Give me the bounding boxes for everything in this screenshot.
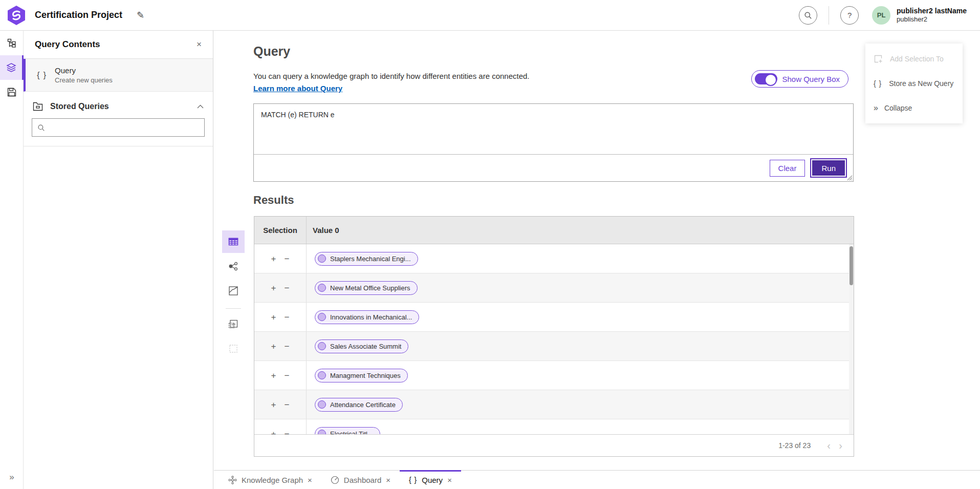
result-view-switcher xyxy=(221,230,246,362)
menu-item-add-selection-to: Add Selection To xyxy=(865,47,963,71)
add-to-selection-button[interactable]: + xyxy=(270,430,277,435)
panel-title: Query Contents xyxy=(35,39,194,50)
show-query-box-toggle[interactable]: Show Query Box xyxy=(751,70,848,88)
map-icon xyxy=(228,286,238,296)
next-page-button[interactable]: › xyxy=(836,440,845,451)
close-panel-button[interactable]: × xyxy=(194,38,204,51)
query-editor-panel: MATCH (e) RETURN e Clear Run xyxy=(253,103,854,182)
remove-from-selection-button[interactable]: − xyxy=(284,313,291,322)
add-to-selection-button[interactable]: + xyxy=(270,342,277,351)
tab-query[interactable]: { } Query × xyxy=(400,471,461,489)
close-icon: × xyxy=(386,476,390,484)
value-cell: New Metal Office Suppliers xyxy=(306,273,854,302)
close-tab-button[interactable]: × xyxy=(308,476,312,484)
entity-pill[interactable]: Sales Associate Summit xyxy=(315,339,408,353)
remove-from-selection-button[interactable]: − xyxy=(284,254,291,263)
rail-item-layers[interactable] xyxy=(0,55,24,80)
add-to-selection-button[interactable]: + xyxy=(270,313,277,322)
query-item-text: Query Create new queries xyxy=(55,66,113,84)
view-map-button[interactable] xyxy=(222,280,245,302)
add-selection-icon xyxy=(874,54,883,63)
add-to-selection-button[interactable]: + xyxy=(270,400,277,409)
search-icon xyxy=(804,11,812,19)
close-tab-button[interactable]: × xyxy=(447,476,452,484)
query-text-input[interactable]: MATCH (e) RETURN e xyxy=(254,104,853,155)
entity-pill[interactable]: Staplers Mechanical Engi... xyxy=(315,252,418,266)
user-avatar[interactable]: PL xyxy=(872,6,890,25)
edit-title-button[interactable]: ✎ xyxy=(134,9,147,22)
entity-pill[interactable]: Innovations in Mechanical... xyxy=(315,310,419,324)
remove-from-selection-button[interactable]: − xyxy=(284,371,291,380)
tab-label: Query xyxy=(422,476,443,484)
toggle-label: Show Query Box xyxy=(782,75,840,83)
tab-label: Dashboard xyxy=(344,476,381,484)
entity-pill[interactable]: Electrical Titl... xyxy=(315,427,380,435)
help-button[interactable]: ? xyxy=(840,6,859,25)
remove-from-selection-button[interactable]: − xyxy=(284,284,291,292)
entity-pill[interactable]: Managment Techniques xyxy=(315,369,408,382)
table-row: + − Managment Techniques xyxy=(254,361,854,390)
remove-from-selection-button[interactable]: − xyxy=(284,342,291,351)
entity-dot-icon xyxy=(318,313,326,321)
menu-item-store-as-new-query[interactable]: { } Store as New Query xyxy=(865,71,963,96)
search-icon xyxy=(37,124,45,132)
tab-dashboard[interactable]: Dashboard × xyxy=(321,471,400,489)
expand-rail-button[interactable]: » xyxy=(0,472,24,483)
run-button[interactable]: Run xyxy=(811,159,846,177)
view-link-chart-button[interactable] xyxy=(222,255,245,278)
value-cell: Staplers Mechanical Engi... xyxy=(306,244,854,273)
app-logo-icon xyxy=(7,5,26,26)
double-chevron-right-icon: » xyxy=(874,103,877,113)
save-icon xyxy=(7,88,16,97)
close-tab-button[interactable]: × xyxy=(386,476,390,484)
view-map-selection-button[interactable] xyxy=(222,313,245,335)
add-to-selection-button[interactable]: + xyxy=(270,284,277,292)
rail-item-save[interactable] xyxy=(0,80,24,104)
braces-icon: { } xyxy=(874,79,882,88)
entity-pill-label: New Metal Office Suppliers xyxy=(330,284,410,292)
braces-icon: { } xyxy=(37,70,47,80)
stored-queries-search-input[interactable] xyxy=(49,123,199,132)
query-list-item[interactable]: { } Query Create new queries xyxy=(24,59,213,92)
entity-pill-label: Attendance Certificate xyxy=(330,401,396,409)
previous-page-button[interactable]: ‹ xyxy=(824,440,834,451)
clear-button[interactable]: Clear xyxy=(770,160,805,177)
selection-cell: + − xyxy=(254,303,306,331)
remove-from-selection-button[interactable]: − xyxy=(284,400,291,409)
add-to-selection-button[interactable]: + xyxy=(270,254,277,263)
learn-more-link[interactable]: Learn more about Query xyxy=(253,84,342,93)
add-to-selection-button[interactable]: + xyxy=(270,371,277,380)
entity-pill[interactable]: Attendance Certificate xyxy=(315,398,403,412)
stored-queries-folder-icon xyxy=(33,102,43,111)
entity-dot-icon xyxy=(318,342,326,350)
left-icon-rail: » xyxy=(0,31,24,489)
toggle-switch-icon xyxy=(755,73,777,84)
search-button[interactable] xyxy=(799,6,817,25)
value-cell: Electrical Titl... xyxy=(306,419,854,434)
strip-divider xyxy=(226,308,241,309)
entity-dot-icon xyxy=(318,371,326,379)
view-table-button[interactable] xyxy=(222,230,245,253)
resize-handle-icon[interactable] xyxy=(846,174,853,181)
results-table: Selection Value 0 + − Staplers Mechanica… xyxy=(254,216,854,457)
entity-pill[interactable]: New Metal Office Suppliers xyxy=(315,281,418,295)
entity-pill-label: Electrical Titl... xyxy=(330,430,373,435)
selection-cell: + − xyxy=(254,273,306,302)
stored-queries-section: Stored Queries xyxy=(24,92,213,146)
tab-knowledge-graph[interactable]: Knowledge Graph × xyxy=(219,471,321,489)
stored-queries-header[interactable]: Stored Queries xyxy=(32,102,205,118)
stored-queries-search[interactable] xyxy=(32,118,205,137)
map-selection-icon xyxy=(228,319,238,329)
user-info[interactable]: publisher2 lastName publisher2 xyxy=(897,7,967,24)
rail-item-hierarchy[interactable] xyxy=(0,31,24,55)
column-header-selection: Selection xyxy=(254,226,306,235)
tab-label: Knowledge Graph xyxy=(242,476,303,484)
query-tab-content: Query You can query a knowledge graph to… xyxy=(214,31,980,489)
knowledge-graph-icon xyxy=(228,476,237,484)
table-scrollbar-thumb[interactable] xyxy=(850,246,853,285)
table-scrollbar-track[interactable] xyxy=(849,244,854,434)
pagination-bar: 1-23 of 23 ‹ › xyxy=(254,434,854,456)
menu-item-collapse[interactable]: » Collapse xyxy=(865,96,963,120)
menu-item-label: Collapse xyxy=(884,104,912,112)
remove-from-selection-button[interactable]: − xyxy=(284,430,291,435)
